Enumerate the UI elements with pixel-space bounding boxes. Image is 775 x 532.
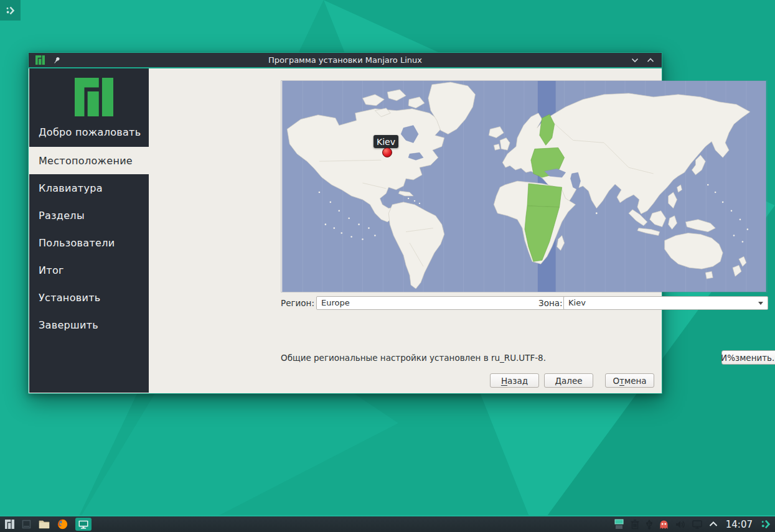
updates-tray-icon[interactable]: [614, 519, 624, 530]
timezone-map[interactable]: Kiev: [281, 80, 768, 292]
taskbar: 14:07: [0, 515, 775, 532]
desktop-corner-toggle[interactable]: [0, 0, 21, 21]
step-label: Завершить: [39, 319, 98, 331]
show-desktop-button[interactable]: [22, 520, 31, 529]
sidebar-step-finish: Завершить: [29, 311, 149, 338]
clock[interactable]: 14:07: [726, 519, 753, 530]
firefox-icon[interactable]: [57, 519, 68, 530]
usb-device-icon[interactable]: [646, 520, 652, 530]
map-tooltip: Kiev: [373, 135, 398, 148]
volume-icon[interactable]: [675, 520, 685, 529]
sidebar-step-keyboard: Клавиатура: [29, 174, 149, 202]
cancel-button[interactable]: Отмена: [605, 373, 654, 388]
sidebar-step-welcome: Добро пожаловать: [29, 68, 149, 147]
sidebar-step-location: Местоположение: [29, 147, 149, 174]
installer-window: Программа установки Manjaro Linux Добро …: [28, 52, 662, 394]
step-label: Добро пожаловать: [39, 126, 141, 138]
location-page: Kiev Регион: Europe Зона: Kiev Общие рег…: [149, 68, 661, 393]
sidebar-step-summary: Итог: [29, 256, 149, 284]
back-button[interactable]: Назад: [490, 373, 539, 388]
file-manager-icon[interactable]: [39, 520, 50, 529]
region-value: Europe: [321, 298, 350, 307]
trash-icon[interactable]: [631, 520, 639, 530]
window-title: Программа установки Manjaro Linux: [29, 55, 662, 65]
change-locale-button[interactable]: И%зменить...: [721, 350, 775, 365]
chevron-down-icon: [758, 302, 763, 305]
step-label: Установить: [39, 292, 101, 304]
window-titlebar[interactable]: Программа установки Manjaro Linux: [29, 53, 662, 68]
step-label: Пользователи: [39, 237, 115, 249]
panel-toggle-chevron[interactable]: [761, 519, 771, 530]
nav-buttons: Назад Далее Отмена: [490, 373, 654, 388]
minimize-button[interactable]: [631, 58, 639, 63]
sidebar-step-partitions: Разделы: [29, 202, 149, 229]
sidebar-step-users: Пользователи: [29, 229, 149, 256]
kiev-marker: [382, 147, 392, 157]
firewall-ghost-icon[interactable]: [659, 520, 669, 530]
display-settings-icon[interactable]: [692, 520, 702, 529]
manjaro-logo: [75, 78, 113, 116]
installer-task-button[interactable]: [75, 518, 92, 531]
locale-summary: Общие региональные настройки установлен …: [281, 353, 546, 363]
timezone-selectors: Регион: Europe Зона: Kiev: [281, 296, 768, 310]
desktop: { "desktop": { "corner_widget": "manjaro…: [0, 0, 775, 532]
step-label: Клавиатура: [39, 182, 103, 194]
sidebar-step-install: Установить: [29, 284, 149, 311]
step-label: Разделы: [39, 210, 85, 222]
zone-select[interactable]: Kiev: [563, 296, 768, 310]
manjaro-chevron-icon: [6, 6, 16, 16]
locale-row: Общие региональные настройки установлен …: [281, 350, 768, 365]
tray-expand-chevron[interactable]: [709, 521, 718, 527]
step-label: Итог: [39, 264, 64, 276]
next-button[interactable]: Далее: [544, 373, 593, 388]
app-menu-button[interactable]: [5, 520, 14, 529]
region-label: Регион:: [281, 298, 314, 308]
maximize-button[interactable]: [647, 58, 654, 63]
zone-label: Зона:: [538, 298, 563, 308]
zone-value: Kiev: [568, 298, 586, 307]
installer-steps-sidebar: Добро пожаловать Местоположение Клавиату…: [29, 68, 149, 393]
step-label: Местоположение: [39, 155, 133, 167]
